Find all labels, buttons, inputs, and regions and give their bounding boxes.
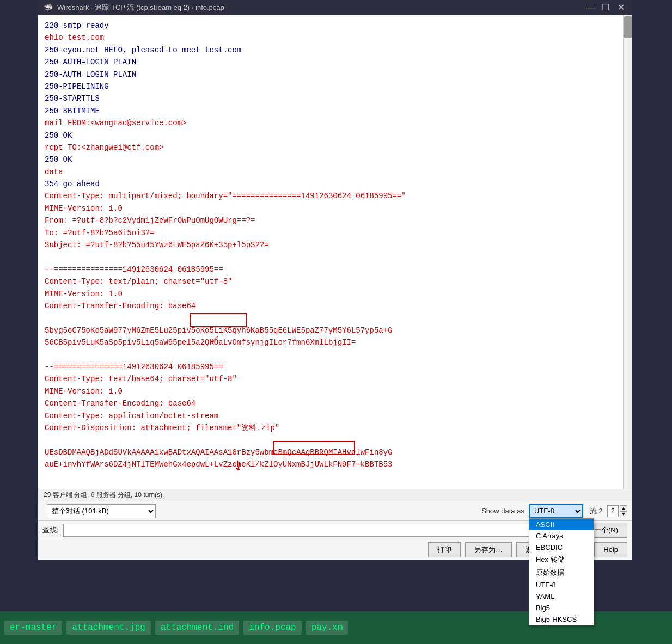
stream-arrows: ▲ ▼ (620, 505, 627, 517)
line-2: ehlo test.com (45, 32, 614, 44)
line-34: Content-Disposition: attachment; filenam… (45, 422, 614, 434)
popup-ebcdic[interactable]: EBCDIC (529, 542, 594, 553)
line-32: Content-Transfer-Encoding: base64 (45, 397, 614, 409)
line-17: From: =?utf-8?b?c2Vydm1jZeWFrOWPuOmUgOWU… (45, 214, 614, 226)
line-10: 250 OK (45, 130, 614, 142)
popup-ascii[interactable]: ASCII (529, 519, 594, 530)
line-27: 56CB5piv5LuK5aSp5piv5Liq5aW95pel5a2QKOaL… (45, 336, 614, 348)
help-button[interactable]: Help (594, 542, 627, 557)
line-13: data (45, 166, 614, 178)
line-blank2 (45, 312, 614, 324)
outer-wrapper: 🦈 Wireshark · 追踪 TCP 流 (tcp.stream eq 2)… (0, 0, 672, 644)
line-23: MIME-Version: 1.0 (45, 288, 614, 300)
line-36: UEsDBDMAAQBjADdSUVkAAAAA1xwBADtxAQAIAAsA… (45, 446, 614, 458)
taskbar-item-1[interactable]: er-master (4, 621, 62, 635)
line-12: 250 OK (45, 154, 614, 165)
taskbar-item-3[interactable]: attachment.ind (155, 621, 239, 635)
line-7: 250-STARTTLS (45, 93, 614, 105)
taskbar-item-2[interactable]: attachment.jpg (66, 621, 150, 635)
line-16: MIME-Version: 1.0 (45, 203, 614, 214)
line-blank1 (45, 251, 614, 263)
popup-raw[interactable]: 原始数据 (529, 566, 594, 579)
show-data-label: Show data as (481, 507, 524, 515)
encoding-popup: ASCII C Arrays EBCDIC Hex 转储 原始数据 UTF-8 … (529, 518, 594, 625)
scrollbar-thumb[interactable] (624, 16, 632, 38)
line-3: 250-eyou.net HELO, pleased to meet test.… (45, 44, 614, 56)
line-24: Content-Transfer-Encoding: base64 (45, 300, 614, 312)
stream-label: 流 2 (590, 506, 603, 516)
line-15: Content-Type: multipart/mixed; boundary=… (45, 190, 614, 202)
window-title: Wireshark · 追踪 TCP 流 (tcp.stream eq 2) ·… (57, 3, 224, 13)
stream-number: 2 (607, 505, 619, 517)
line-blank3 (45, 349, 614, 361)
line-5: 250-AUTH LOGIN PLAIN (45, 69, 614, 81)
taskbar-item-4[interactable]: info.pcap (243, 621, 301, 635)
stream-spinner: 2 ▲ ▼ (607, 505, 627, 517)
line-22: Content-Type: text/plain; charset="utf-8… (45, 275, 614, 287)
title-bar-left: 🦈 Wireshark · 追踪 TCP 流 (tcp.stream eq 2)… (44, 3, 224, 13)
line-33: Content-Type: application/octet-stream (45, 410, 614, 422)
encoding-dropdown[interactable]: UTF-8 ASCII C Arrays EBCDIC Hex 转储 原始数据 … (529, 504, 583, 518)
stream-up-button[interactable]: ▲ (620, 505, 627, 511)
status-bar: 29 客户端 分组, 6 服务器 分组, 10 turn(s). (38, 489, 632, 501)
search-input[interactable] (63, 524, 559, 537)
encoding-dropdown-wrapper: UTF-8 ASCII C Arrays EBCDIC Hex 转储 原始数据 … (529, 504, 583, 518)
line-26: 5byg5oC75oKo5aW977yM6ZmE5Lu25piv5oKo5LiK… (45, 324, 614, 336)
controls-row: 整个对话 (101 kB) Show data as UTF-8 ASCII C… (38, 501, 632, 520)
popup-big5hkscs[interactable]: Big5-HKSCS (529, 614, 594, 625)
packet-content: 220 smtp ready ehlo test.com 250-eyou.ne… (38, 15, 632, 489)
wireshark-icon: 🦈 (44, 3, 53, 12)
search-label: 查找: (42, 525, 59, 535)
line-30: Content-Type: text/base64; charset="utf-… (45, 373, 614, 385)
popup-yaml[interactable]: YAML (529, 591, 594, 602)
close-button[interactable]: ✕ (615, 2, 626, 13)
line-9: mail FROM:<wangtao@service.com> (45, 117, 614, 129)
line-6: 250-PIPELINING (45, 81, 614, 93)
line-29: --===============14912630624 06185995== (45, 361, 614, 373)
content-lines: 220 smtp ready ehlo test.com 250-eyou.ne… (45, 20, 625, 470)
line-1: 220 smtp ready (45, 20, 614, 32)
popup-hex[interactable]: Hex 转储 (529, 553, 594, 566)
line-31: MIME-Version: 1.0 (45, 385, 614, 397)
title-bar: 🦈 Wireshark · 追踪 TCP 流 (tcp.stream eq 2)… (38, 0, 632, 15)
main-window: 🦈 Wireshark · 追踪 TCP 流 (tcp.stream eq 2)… (38, 0, 632, 560)
minimize-button[interactable]: — (585, 2, 596, 13)
line-4: 250-AUTH=LOGIN PLAIN (45, 56, 614, 68)
line-11: rcpt TO:<zhangwei@ctf.com> (45, 142, 614, 154)
popup-carrays[interactable]: C Arrays (529, 530, 594, 542)
line-blank4 (45, 434, 614, 446)
line-19: Subject: =?utf-8?b?55u45YWz6LWE5paZ6K+35… (45, 239, 614, 251)
taskbar-item-5[interactable]: pay.xm (306, 621, 349, 635)
line-14: 354 go ahead (45, 178, 614, 190)
line-37: auE+invhYfWArs6DZ4jNTlTEMWehGx4epdwL+LvZ… (45, 458, 614, 470)
line-21: --===============14912630624 06185995== (45, 263, 614, 275)
status-text: 29 客户端 分组, 6 服务器 分组, 10 turn(s). (44, 490, 164, 500)
line-8: 250 8BITMIME (45, 105, 614, 117)
line-18: To: =?utf-8?b?5a6i5oi3?= (45, 227, 614, 239)
save-as-button[interactable]: 另存为… (465, 542, 512, 557)
title-bar-controls: — ☐ ✕ (585, 2, 626, 13)
stream-down-button[interactable]: ▼ (620, 511, 627, 517)
popup-big5[interactable]: Big5 (529, 602, 594, 614)
maximize-button[interactable]: ☐ (600, 2, 611, 13)
print-button[interactable]: 打印 (428, 542, 461, 557)
conversation-dropdown[interactable]: 整个对话 (101 kB) (47, 504, 156, 518)
vertical-scrollbar[interactable] (623, 15, 632, 489)
popup-utf8[interactable]: UTF-8 (529, 579, 594, 591)
